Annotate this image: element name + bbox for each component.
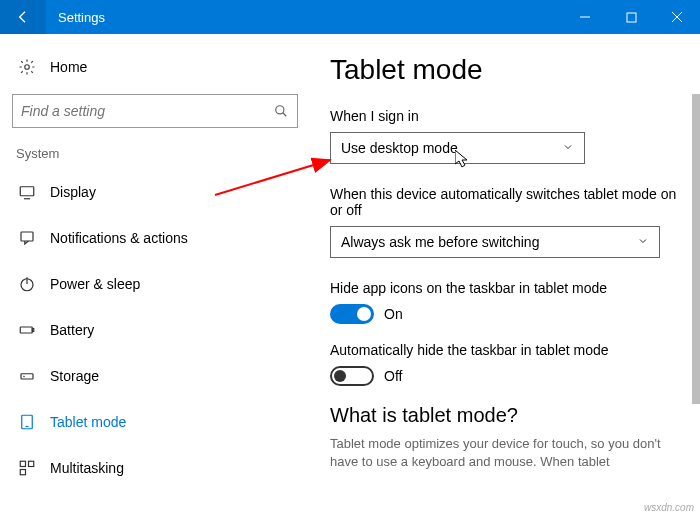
signin-dropdown[interactable]: Use desktop mode [330, 132, 585, 164]
search-field[interactable] [21, 103, 273, 119]
display-icon [16, 183, 38, 201]
hide-icons-label: Hide app icons on the taskbar in tablet … [330, 280, 682, 296]
sidebar-item-label: Power & sleep [50, 276, 140, 292]
svg-rect-18 [20, 461, 25, 466]
chevron-down-icon [562, 140, 574, 156]
category-label: System [12, 146, 298, 169]
dropdown-value: Always ask me before switching [341, 234, 539, 250]
svg-rect-19 [29, 461, 34, 466]
multitasking-icon [16, 459, 38, 477]
minimize-button[interactable] [562, 0, 608, 34]
auto-hide-label: Automatically hide the taskbar in tablet… [330, 342, 682, 358]
page-title: Tablet mode [330, 54, 682, 86]
main-panel: Tablet mode When I sign in Use desktop m… [310, 34, 700, 516]
sidebar: Home System Display Notifications & acti… [0, 34, 310, 516]
tablet-icon [16, 413, 38, 431]
toggle-state: Off [384, 368, 402, 384]
sidebar-item-label: Multitasking [50, 460, 124, 476]
what-is-description: Tablet mode optimizes your device for to… [330, 435, 682, 470]
power-icon [16, 275, 38, 293]
sidebar-item-notifications[interactable]: Notifications & actions [12, 215, 298, 261]
storage-icon [16, 367, 38, 385]
sidebar-item-label: Battery [50, 322, 94, 338]
scrollbar[interactable] [692, 34, 700, 516]
auto-hide-toggle[interactable] [330, 366, 374, 386]
hide-icons-toggle[interactable] [330, 304, 374, 324]
svg-rect-14 [21, 374, 33, 379]
chevron-down-icon [637, 234, 649, 250]
home-button[interactable]: Home [12, 50, 298, 84]
svg-rect-12 [20, 327, 32, 333]
dropdown-value: Use desktop mode [341, 140, 458, 156]
svg-rect-9 [21, 232, 33, 241]
svg-rect-20 [20, 470, 25, 475]
svg-rect-13 [32, 329, 34, 332]
svg-point-5 [276, 106, 284, 114]
sidebar-item-battery[interactable]: Battery [12, 307, 298, 353]
signin-label: When I sign in [330, 108, 682, 124]
close-button[interactable] [654, 0, 700, 34]
sidebar-item-storage[interactable]: Storage [12, 353, 298, 399]
window-title: Settings [46, 10, 105, 25]
home-label: Home [50, 59, 87, 75]
sidebar-item-label: Storage [50, 368, 99, 384]
svg-point-15 [23, 376, 25, 378]
gear-icon [16, 58, 38, 76]
autoswitch-dropdown[interactable]: Always ask me before switching [330, 226, 660, 258]
sidebar-item-display[interactable]: Display [12, 169, 298, 215]
sidebar-item-label: Display [50, 184, 96, 200]
sidebar-item-tablet-mode[interactable]: Tablet mode [12, 399, 298, 445]
sidebar-item-power[interactable]: Power & sleep [12, 261, 298, 307]
maximize-button[interactable] [608, 0, 654, 34]
battery-icon [16, 321, 38, 339]
notifications-icon [16, 229, 38, 247]
svg-point-4 [25, 65, 30, 70]
what-is-title: What is tablet mode? [330, 404, 682, 427]
toggle-state: On [384, 306, 403, 322]
search-icon [273, 104, 289, 118]
svg-rect-1 [627, 13, 636, 22]
scrollbar-thumb[interactable] [692, 94, 700, 404]
sidebar-item-multitasking[interactable]: Multitasking [12, 445, 298, 491]
autoswitch-label: When this device automatically switches … [330, 186, 682, 218]
search-input[interactable] [12, 94, 298, 128]
watermark: wsxdn.com [644, 502, 694, 513]
sidebar-item-label: Notifications & actions [50, 230, 188, 246]
back-button[interactable] [0, 0, 46, 34]
sidebar-item-label: Tablet mode [50, 414, 126, 430]
svg-rect-7 [20, 187, 34, 196]
svg-line-6 [283, 113, 287, 117]
